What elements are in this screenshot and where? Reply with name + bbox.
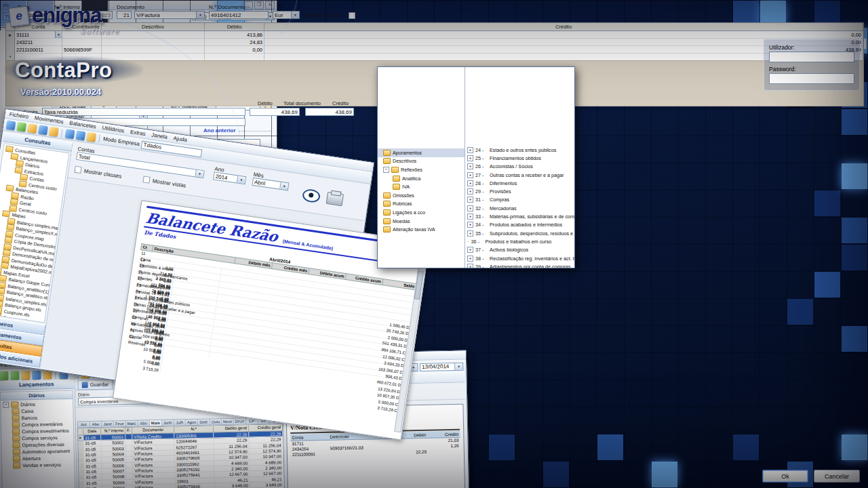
expand-icon[interactable]: + bbox=[467, 214, 473, 220]
collapse-icon[interactable]: − bbox=[383, 167, 389, 173]
row-marker-icon bbox=[79, 458, 84, 464]
lancamentos-side-panel: Lançamentos Diários −DiáriosCaixaBancosC… bbox=[0, 380, 78, 488]
toolbar-icon[interactable] bbox=[38, 125, 48, 135]
month-tab-marc[interactable]: Marc bbox=[126, 420, 138, 427]
desktop-background: FicheiroMovimentosBalancetesUtilitáriosE… bbox=[0, 0, 868, 488]
toolbar-icon[interactable] bbox=[65, 129, 75, 139]
expand-icon[interactable]: + bbox=[467, 163, 473, 169]
cell-f bbox=[126, 446, 133, 451]
folder-icon bbox=[0, 268, 2, 274]
print-icon[interactable] bbox=[326, 192, 344, 206]
date-combo[interactable]: 13/04/2014▼ bbox=[420, 362, 463, 371]
menu-item[interactable]: Extras bbox=[130, 129, 146, 137]
toolbar-icon[interactable] bbox=[27, 123, 37, 134]
account-item[interactable]: +32 -Mercadorias bbox=[465, 204, 574, 212]
month-tab-julh[interactable]: Julh bbox=[174, 419, 186, 426]
account-item[interactable]: +26 -Accionistas / Sócios bbox=[465, 163, 574, 171]
month-tab-sete[interactable]: Sete bbox=[198, 418, 210, 425]
tree-item[interactable]: Analitica bbox=[378, 174, 465, 183]
expand-icon[interactable]: + bbox=[467, 256, 473, 262]
expand-icon[interactable]: + bbox=[467, 172, 473, 178]
collapse-icon[interactable]: − bbox=[3, 401, 9, 407]
consultas-window[interactable]: FicheiroMovimentosBalancetesUtilitáriosE… bbox=[0, 108, 374, 413]
month-tab-jane[interactable]: Jane bbox=[102, 420, 114, 427]
tree-item[interactable]: Omissões bbox=[378, 191, 465, 200]
tree-item[interactable]: Ligações a cco bbox=[378, 208, 465, 217]
checkbox-icon[interactable] bbox=[74, 166, 81, 174]
menu-item[interactable]: Janela bbox=[151, 132, 168, 140]
reading-cell bbox=[329, 450, 393, 457]
toolbar-icon[interactable] bbox=[21, 371, 30, 380]
account-item[interactable]: +33 -Matérias-primas, subsidiárias e de … bbox=[465, 212, 574, 220]
menu-item[interactable]: Ajuda bbox=[173, 135, 188, 143]
month-tab-agos[interactable]: Agos bbox=[186, 419, 198, 426]
toolbar-icon[interactable] bbox=[32, 371, 41, 380]
month-tab-ant[interactable]: Ant bbox=[77, 421, 90, 428]
toolbar-icon[interactable] bbox=[43, 370, 52, 379]
folder-icon bbox=[383, 192, 391, 199]
month-tab-outu[interactable]: Outu bbox=[210, 418, 222, 425]
toolbar-icon[interactable] bbox=[16, 122, 26, 132]
check-vistas[interactable]: Mostrar vistas bbox=[142, 176, 186, 188]
month-tab-feve[interactable]: Feve bbox=[114, 420, 126, 427]
tree-item[interactable]: Descritivos bbox=[378, 157, 465, 166]
account-item[interactable]: +35 -Subprodutos, desperdícios, resíduos… bbox=[465, 229, 574, 237]
expand-icon[interactable]: + bbox=[467, 247, 473, 253]
repete-checkbox[interactable] bbox=[349, 12, 355, 19]
tree-item[interactable]: Vendas e serviços bbox=[2, 461, 74, 469]
expand-icon[interactable]: + bbox=[467, 197, 473, 203]
tree-item[interactable]: Rubricas bbox=[378, 200, 465, 209]
cell-data: 31-05 bbox=[83, 435, 101, 441]
toolbar-icon[interactable] bbox=[6, 121, 16, 131]
account-item[interactable]: +25 -Financiamentos obtidos bbox=[465, 154, 574, 162]
month-tab-junh[interactable]: Junh bbox=[162, 420, 174, 426]
account-item[interactable]: +31 -Compras bbox=[465, 196, 574, 204]
mes-combo[interactable]: Abril▼ bbox=[252, 178, 289, 191]
month-tab-abe[interactable]: Abe bbox=[90, 421, 102, 428]
check-classes[interactable]: Mostrar classes bbox=[74, 166, 122, 180]
expand-icon[interactable]: + bbox=[467, 205, 473, 211]
account-item[interactable]: +27 -Outras contas a receber e a pagar bbox=[465, 171, 574, 179]
menu-item[interactable]: Utilitários bbox=[102, 125, 125, 134]
chevron-down-icon: ▼ bbox=[454, 363, 462, 369]
account-item[interactable]: +28 -Diferimentos bbox=[465, 179, 574, 187]
account-item[interactable]: +29 -Provisões bbox=[465, 187, 574, 195]
account-item[interactable]: +24 -Estado e outros entes públicos bbox=[465, 146, 574, 154]
expand-icon[interactable]: + bbox=[467, 155, 473, 161]
tree-item[interactable]: Apuramentos bbox=[378, 148, 465, 157]
tree-item[interactable]: Moedas bbox=[378, 217, 465, 226]
tree-item[interactable]: IVA bbox=[378, 182, 465, 191]
save-button[interactable]: Guardar bbox=[77, 379, 113, 390]
account-number: 32 - bbox=[475, 205, 488, 211]
account-item[interactable]: +34 -Produtos acabados e intermédios bbox=[465, 221, 574, 229]
expand-icon[interactable]: + bbox=[467, 147, 473, 153]
account-item[interactable]: +37 -Activos biológicos bbox=[465, 246, 574, 254]
tree-item[interactable]: Alteração taxas IVA bbox=[378, 225, 465, 234]
preview-eye-icon[interactable] bbox=[302, 188, 321, 204]
toolbar-icon[interactable] bbox=[86, 132, 96, 142]
month-tab-maio[interactable]: Maio bbox=[150, 420, 162, 426]
toolbar-icon[interactable] bbox=[76, 131, 86, 141]
account-item[interactable]: ·36 -Produtos e trabalhos em curso bbox=[465, 237, 574, 245]
month-tab-deze[interactable]: Deze bbox=[234, 418, 246, 424]
account-label: Adiantamentos por conta de compras bbox=[490, 264, 570, 268]
toolbar-icon[interactable] bbox=[0, 371, 8, 380]
account-item[interactable]: +39 -Adiantamentos por conta de compras bbox=[465, 262, 574, 268]
expand-icon[interactable]: + bbox=[467, 180, 473, 186]
toolbar-icon[interactable] bbox=[49, 127, 59, 137]
column-header: F. bbox=[125, 428, 132, 434]
month-tab-abri[interactable]: Abri bbox=[138, 420, 150, 426]
checkbox-icon[interactable] bbox=[142, 176, 150, 183]
cell-credito: 3 649,00 bbox=[250, 482, 284, 487]
ano-combo[interactable]: 2014▼ bbox=[213, 171, 246, 184]
expand-icon[interactable]: + bbox=[467, 230, 473, 237]
month-tab-nove[interactable]: Nove bbox=[222, 418, 234, 425]
expand-icon[interactable]: + bbox=[467, 222, 473, 228]
toolbar-icon[interactable] bbox=[10, 371, 19, 380]
menu-item[interactable]: Ficheiro bbox=[9, 111, 28, 120]
plano-contas-window[interactable]: ApuramentosDescritivos−ReflexõesAnalitic… bbox=[377, 66, 575, 268]
account-item[interactable]: +38 -Reclassificação reg. inventários e … bbox=[465, 254, 574, 262]
tree-item[interactable]: −Reflexões bbox=[378, 165, 465, 174]
expand-icon[interactable]: + bbox=[467, 264, 473, 268]
expand-icon[interactable]: + bbox=[467, 188, 473, 195]
